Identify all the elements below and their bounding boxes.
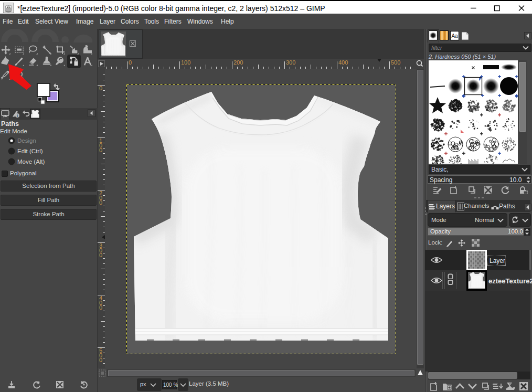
svg-text:200: 200: [233, 59, 243, 66]
svg-text:500: 500: [391, 59, 400, 66]
svg-text:i: i: [17, 114, 18, 118]
svg-text:0: 0: [99, 199, 102, 206]
svg-text:0: 0: [99, 304, 102, 311]
svg-text:0: 0: [99, 85, 102, 91]
svg-text:Aa: Aa: [451, 33, 458, 39]
svg-text:0: 0: [99, 357, 102, 363]
svg-text:300: 300: [286, 59, 295, 66]
svg-text:0: 0: [99, 147, 102, 153]
svg-text:0: 0: [99, 252, 102, 258]
svg-text:100: 100: [181, 59, 190, 66]
svg-text:0: 0: [129, 59, 132, 66]
svg-text:400: 400: [338, 59, 348, 66]
